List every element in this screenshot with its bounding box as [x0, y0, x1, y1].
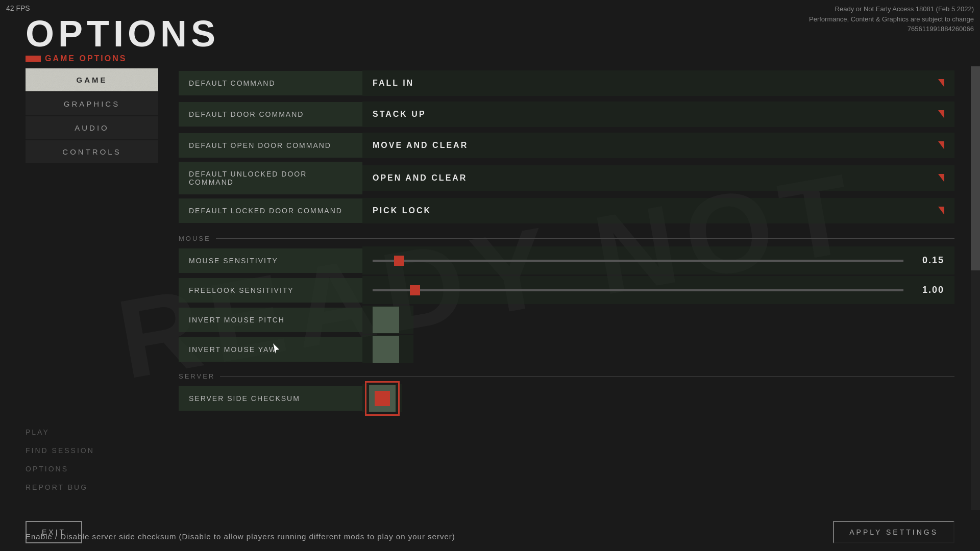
dropdown-arrow-1 — [938, 110, 944, 118]
version-line2: Performance, Content & Graphics are subj… — [809, 14, 974, 24]
label-server-side-checksum: SERVER SIDE CHECKSUM — [179, 386, 362, 411]
server-checksum-container — [362, 384, 402, 412]
value-default-locked-door[interactable]: PICK LOCK — [362, 198, 954, 223]
row-default-open-door: DEFAULT OPEN DOOR COMMAND MOVE AND CLEAR — [179, 131, 954, 160]
row-default-locked-door: DEFAULT LOCKED DOOR COMMAND PICK LOCK — [179, 196, 954, 226]
mouse-section-separator: MOUSE — [179, 235, 954, 242]
tab-game[interactable]: GAME — [26, 68, 158, 91]
sidebar-item-options[interactable]: OPTIONS — [26, 461, 158, 477]
sidebar-bottom-menu: PLAY FIND SESSION OPTIONS REPORT BUG — [26, 424, 158, 506]
toggle-invert-mouse-pitch[interactable] — [362, 306, 413, 334]
row-default-door-command: DEFAULT DOOR COMMAND STACK UP — [179, 99, 954, 129]
tab-controls[interactable]: CONTROLS — [26, 140, 158, 163]
tooltip-text: Enable / Disable server side checksum (D… — [26, 532, 455, 541]
label-freelook-sensitivity: FREELOOK SENSITIVITY — [179, 278, 362, 303]
scrollbar[interactable] — [971, 66, 980, 510]
settings-panel: DEFAULT COMMAND FALL IN DEFAULT DOOR COM… — [168, 68, 954, 506]
label-invert-mouse-pitch: INVERT MOUSE PITCH — [179, 308, 362, 332]
tab-audio[interactable]: AUDIO — [26, 116, 158, 139]
separator-line-server — [220, 376, 954, 377]
label-default-command: DEFAULT COMMAND — [179, 71, 362, 95]
dropdown-arrow-3 — [938, 174, 944, 182]
toggle-box-server-checksum[interactable] — [369, 385, 396, 412]
value-default-unlocked-door[interactable]: OPEN AND CLEAR — [362, 165, 954, 191]
slider-value-freelook-sensitivity: 1.00 — [914, 285, 944, 295]
game-options-text: GAME OPTIONS — [45, 54, 127, 63]
value-default-command[interactable]: FALL IN — [362, 70, 954, 96]
value-default-open-door[interactable]: MOVE AND CLEAR — [362, 133, 954, 158]
slider-track-mouse-sensitivity — [373, 260, 903, 262]
tab-graphics[interactable]: GRAPHICS — [26, 92, 158, 115]
game-options-label: GAME OPTIONS — [26, 54, 954, 63]
row-default-command: DEFAULT COMMAND FALL IN — [179, 68, 954, 98]
slider-track-freelook-sensitivity — [373, 289, 903, 291]
server-section-separator: SERVER — [179, 372, 954, 380]
row-invert-mouse-pitch: INVERT MOUSE PITCH — [179, 306, 954, 334]
server-section-label: SERVER — [179, 372, 215, 380]
row-invert-mouse-yaw: INVERT MOUSE YAW — [179, 335, 954, 363]
slider-thumb-mouse-sensitivity[interactable] — [394, 256, 404, 266]
version-line1: Ready or Not Early Access 18081 (Feb 5 2… — [809, 4, 974, 14]
row-mouse-sensitivity: MOUSE SENSITIVITY 0.15 — [179, 246, 954, 274]
dropdown-arrow-0 — [938, 79, 944, 87]
mouse-section-label: MOUSE — [179, 235, 211, 242]
content-area: GAME GRAPHICS AUDIO CONTROLS PLAY FIND S… — [0, 68, 980, 516]
value-default-door-command[interactable]: STACK UP — [362, 102, 954, 127]
label-default-unlocked-door: DEFAULT UNLOCKED DOOR COMMAND — [179, 162, 362, 194]
version-line3: 765611991884260066 — [809, 24, 974, 34]
toggle-invert-mouse-yaw[interactable] — [362, 335, 413, 363]
sidebar-item-report-bug[interactable]: REPORT BUG — [26, 479, 158, 495]
row-freelook-sensitivity: FREELOOK SENSITIVITY 1.00 — [179, 276, 954, 304]
toggle-inner-server-checksum — [375, 391, 390, 406]
slider-freelook-sensitivity[interactable]: 1.00 — [362, 276, 954, 304]
dropdown-arrow-2 — [938, 141, 944, 149]
toggle-box-invert-mouse-yaw[interactable] — [373, 336, 399, 363]
fps-counter: 42 FPS — [6, 4, 30, 12]
slider-value-mouse-sensitivity: 0.15 — [914, 255, 944, 266]
toggle-box-invert-mouse-pitch[interactable] — [373, 307, 399, 333]
row-server-side-checksum: SERVER SIDE CHECKSUM — [179, 384, 954, 412]
dropdown-arrow-4 — [938, 207, 944, 215]
main-container: OPTIONS GAME OPTIONS GAME GRAPHICS AUDIO… — [0, 0, 980, 551]
version-info: Ready or Not Early Access 18081 (Feb 5 2… — [809, 4, 974, 34]
sidebar: GAME GRAPHICS AUDIO CONTROLS PLAY FIND S… — [26, 68, 168, 506]
scrollbar-thumb[interactable] — [971, 66, 980, 270]
slider-thumb-freelook-sensitivity[interactable] — [410, 285, 420, 295]
sidebar-item-play[interactable]: PLAY — [26, 424, 158, 440]
row-default-unlocked-door: DEFAULT UNLOCKED DOOR COMMAND OPEN AND C… — [179, 162, 954, 194]
apply-settings-button[interactable]: APPLY SETTINGS — [833, 521, 954, 543]
label-default-door-command: DEFAULT DOOR COMMAND — [179, 102, 362, 127]
label-mouse-sensitivity: MOUSE SENSITIVITY — [179, 248, 362, 273]
label-default-open-door: DEFAULT OPEN DOOR COMMAND — [179, 133, 362, 158]
label-default-locked-door: DEFAULT LOCKED DOOR COMMAND — [179, 198, 362, 223]
nav-tabs: GAME GRAPHICS AUDIO CONTROLS — [26, 68, 158, 163]
label-invert-mouse-yaw: INVERT MOUSE YAW — [179, 337, 362, 362]
slider-mouse-sensitivity[interactable]: 0.15 — [362, 246, 954, 274]
server-checksum-highlight-box[interactable] — [365, 381, 400, 416]
red-bar-accent — [26, 56, 41, 62]
separator-line-mouse — [216, 238, 954, 239]
sidebar-item-find-session[interactable]: FIND SESSION — [26, 442, 158, 459]
